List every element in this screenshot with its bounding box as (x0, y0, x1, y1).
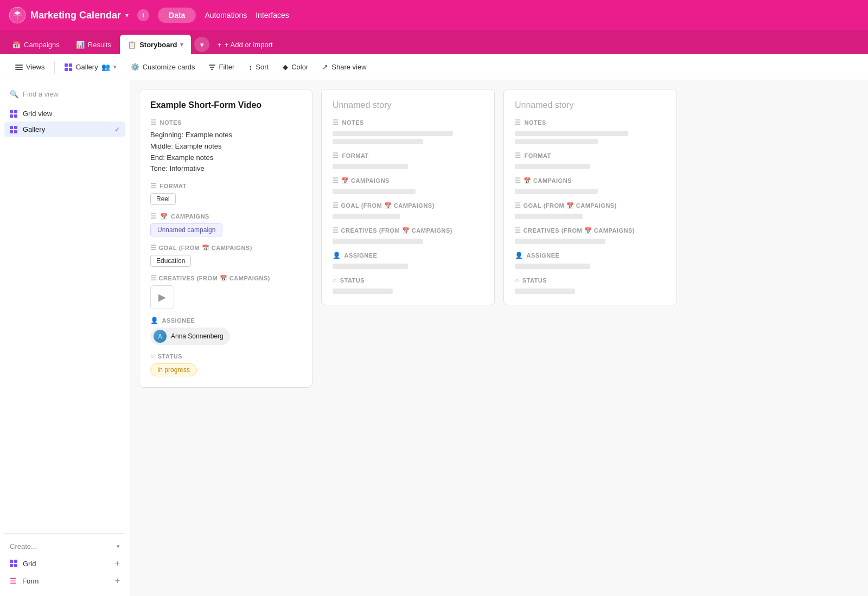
card-3-campaigns-section: ☰ 📅 CAMPAIGNS (515, 177, 666, 194)
card-1-creatives-section: ☰ CREATIVES (FROM 📅 CAMPAIGNS) ▶ (150, 274, 301, 309)
c3-goal-icon: ☰ (515, 202, 521, 209)
tab-storyboard[interactable]: 📋 Storyboard ▾ (120, 35, 191, 54)
app-logo[interactable]: Marketing Calendar ▾ (9, 7, 129, 24)
card-2-notes-section: ☰ NOTES (333, 119, 483, 144)
gallery-card-3[interactable]: Unnamed story ☰ NOTES ☰ FORMAT (503, 89, 677, 305)
add-icon: + (217, 41, 221, 49)
card-3-title: Unnamed story (515, 100, 666, 110)
card-1-campaigns-section: ☰ 📅 CAMPAIGNS Unnamed campaign (150, 213, 301, 236)
tab-results[interactable]: 📊 Results (68, 35, 119, 54)
campaigns-icon-emoji: 📅 (160, 213, 168, 220)
storyboard-dropdown-icon[interactable]: ▾ (180, 41, 183, 48)
grid-view-icon (10, 110, 17, 118)
create-grid-plus-icon[interactable]: + (115, 559, 120, 568)
create-form-label: Form (22, 577, 39, 585)
card-3-notes-section: ☰ NOTES (515, 119, 666, 144)
card-3-creatives-section: ☰ CREATIVES (FROM 📅 CAMPAIGNS) (515, 227, 666, 244)
filter-label: Filter (219, 63, 234, 71)
create-grid-icon (10, 560, 17, 567)
gallery-content: Example Short-Form Video ☰ NOTES Beginni… (130, 80, 868, 596)
card-2-notes-muted (333, 131, 483, 144)
card-1-notes-value: Beginning: Example notes Middle: Example… (150, 130, 301, 175)
automations-link[interactable]: Automations (205, 11, 247, 20)
storyboard-tab-icon: 📋 (127, 41, 136, 49)
card-1-assignee-badge[interactable]: A Anna Sonnenberg (150, 328, 230, 345)
c2-campaigns-icon: ☰ (333, 177, 339, 184)
app-title: Marketing Calendar (30, 10, 121, 21)
card-2-status-section: ○ STATUS (333, 277, 483, 294)
card-1-creatives-label: ☰ CREATIVES (FROM 📅 CAMPAIGNS) (150, 274, 301, 282)
filter-button[interactable]: Filter (202, 60, 241, 74)
add-import-btn[interactable]: + + Add or import (210, 37, 279, 52)
main-layout: 🔍 Find a view Grid view Gallery ✓ (0, 80, 868, 596)
gallery-people-icon: 👥 (101, 63, 110, 71)
card-3-notes-muted (515, 131, 666, 144)
gallery-view-icon (10, 126, 17, 133)
card-2-creatives-section: ☰ CREATIVES (FROM 📅 CAMPAIGNS) (333, 227, 483, 244)
card-2-campaigns-section: ☰ 📅 CAMPAIGNS (333, 177, 483, 194)
c3-notes-icon: ☰ (515, 119, 521, 126)
toolbar: Views Gallery 👥 ▾ ⚙️ Customize cards Fil… (0, 54, 868, 80)
tab-campaigns[interactable]: 📅 Campaigns (4, 35, 67, 54)
card-2-assignee-section: 👤 ASSIGNEE (333, 252, 483, 269)
card-1-notes-section: ☰ NOTES Beginning: Example notes Middle:… (150, 119, 301, 175)
grid-view-label: Grid view (23, 110, 52, 118)
card-1-campaign-tag[interactable]: Unnamed campaign (150, 223, 222, 236)
card-2-goal-label: ☰ GOAL (FROM 📅 CAMPAIGNS) (333, 202, 483, 209)
card-1-goal-tag[interactable]: Education (150, 255, 191, 267)
tab-more-btn[interactable]: ▾ (194, 37, 209, 52)
sidebar-item-gallery[interactable]: Gallery ✓ (4, 121, 125, 137)
views-button[interactable]: Views (9, 60, 51, 74)
customize-cards-button[interactable]: ⚙️ Customize cards (124, 60, 202, 74)
c2-notes-icon: ☰ (333, 119, 339, 126)
c2-creatives-icon: ☰ (333, 227, 339, 234)
card-1-campaigns-label: ☰ 📅 CAMPAIGNS (150, 213, 301, 220)
card-2-format-label: ☰ FORMAT (333, 152, 483, 159)
gallery-card-1[interactable]: Example Short-Form Video ☰ NOTES Beginni… (139, 89, 312, 388)
card-2-title: Unnamed story (333, 100, 483, 110)
sidebar-create-grid[interactable]: Grid + (4, 555, 125, 572)
card-2-format-section: ☰ FORMAT (333, 152, 483, 169)
sidebar-search[interactable]: 🔍 Find a view (4, 87, 125, 101)
sidebar-create-form[interactable]: ☰ Form + (4, 572, 125, 589)
gallery-button[interactable]: Gallery 👥 ▾ (58, 60, 123, 74)
info-icon[interactable]: i (137, 9, 149, 21)
logo-icon (9, 7, 26, 24)
gallery-card-2[interactable]: Unnamed story ☰ NOTES ☰ FORMAT (321, 89, 495, 305)
card-3-assignee-label: 👤 ASSIGNEE (515, 252, 666, 259)
card-3-format-section: ☰ FORMAT (515, 152, 666, 169)
color-icon: ◆ (283, 63, 288, 71)
share-label: Share view (331, 63, 366, 71)
card-1-status-tag[interactable]: In progress (150, 363, 197, 376)
sidebar-create-header[interactable]: Create... ▾ (4, 540, 125, 553)
gallery-dropdown-icon[interactable]: ▾ (113, 63, 117, 71)
sort-button[interactable]: ↕ Sort (242, 60, 275, 75)
interfaces-link[interactable]: Interfaces (256, 11, 289, 20)
views-hamburger-icon (15, 65, 23, 70)
color-label: Color (291, 63, 308, 71)
title-dropdown-icon[interactable]: ▾ (125, 12, 129, 19)
card-1-assignee-section: 👤 ASSIGNEE A Anna Sonnenberg (150, 317, 301, 345)
create-form-plus-icon[interactable]: + (115, 576, 120, 586)
data-button[interactable]: Data (158, 8, 196, 23)
customize-label: Customize cards (143, 63, 195, 71)
sidebar-item-grid-view[interactable]: Grid view (4, 106, 125, 121)
gallery-view-label: Gallery (23, 125, 45, 133)
filter-icon (209, 65, 215, 70)
share-view-button[interactable]: ↗ Share view (316, 60, 373, 74)
create-label: Create... (10, 542, 37, 550)
card-1-video-thumb[interactable]: ▶ (150, 285, 174, 309)
search-placeholder: Find a view (23, 90, 59, 98)
c3-campaigns-icon: ☰ (515, 177, 521, 184)
card-1-goal-section: ☰ GOAL (FROM 📅 CAMPAIGNS) Education (150, 244, 301, 267)
card-2-status-label: ○ STATUS (333, 277, 483, 284)
goal-field-icon: ☰ (150, 244, 157, 252)
gallery-check-icon: ✓ (114, 126, 120, 133)
sidebar: 🔍 Find a view Grid view Gallery ✓ (0, 80, 130, 596)
card-1-assignee-label: 👤 ASSIGNEE (150, 317, 301, 324)
color-button[interactable]: ◆ Color (276, 60, 315, 74)
card-1-format-label: ☰ FORMAT (150, 182, 301, 190)
card-1-format-tag[interactable]: Reel (150, 193, 176, 205)
add-import-label: + Add or import (225, 41, 273, 49)
c3-creatives-icon: ☰ (515, 227, 521, 234)
